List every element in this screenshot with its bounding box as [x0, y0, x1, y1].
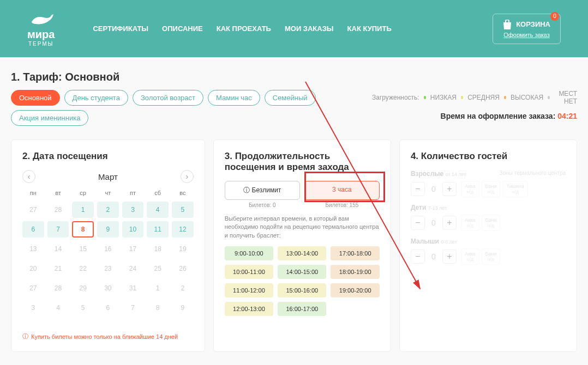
- calendar-day: 28: [47, 202, 69, 218]
- calendar-day: 8: [147, 300, 169, 316]
- pill-golden[interactable]: Золотой возраст: [133, 90, 203, 106]
- cart-label: КОРЗИНА: [516, 20, 550, 28]
- nav-howto[interactable]: КАК КУПИТЬ: [347, 25, 392, 33]
- calendar-day: 30: [97, 280, 119, 296]
- guest-count: 0: [428, 218, 439, 227]
- calendar-day: 5: [72, 300, 94, 316]
- guest-row: Дети 7-13 лет−0+Акван/дБанин/д: [411, 204, 566, 231]
- zone-chip: Акван/д: [461, 181, 479, 197]
- dow-label: вт: [47, 187, 69, 198]
- calendar-day: 1: [147, 280, 169, 296]
- minus-button[interactable]: −: [411, 216, 425, 230]
- plus-button[interactable]: +: [442, 216, 457, 230]
- brand-name: мира: [27, 28, 55, 41]
- time-slot[interactable]: 15:00-16:00: [278, 283, 326, 297]
- calendar-day: 9: [172, 300, 194, 316]
- nav-directions[interactable]: КАК ПРОЕХАТЬ: [217, 25, 271, 33]
- info-icon: ⓘ: [22, 332, 28, 340]
- time-slot[interactable]: 9:00-10:00: [225, 246, 273, 260]
- pill-birthday[interactable]: Акция именинника: [11, 110, 88, 126]
- calendar-day[interactable]: 7: [47, 221, 69, 238]
- guest-row: Взрослые от 14 летЗоны термального центр…: [411, 170, 566, 197]
- dow-label: пт: [122, 187, 144, 198]
- calendar-day: 4: [47, 300, 69, 316]
- time-slot[interactable]: 18:00-19:00: [331, 265, 379, 279]
- guest-count: 0: [428, 185, 439, 193]
- pill-student[interactable]: День студента: [64, 90, 128, 106]
- load-legend: Загруженность: НИЗКАЯ СРЕДНЯЯ ВЫСОКАЯ МЕ…: [372, 90, 577, 105]
- pill-family[interactable]: Семейный: [265, 90, 316, 106]
- zone-chip: Банин/д: [482, 248, 501, 265]
- nav-description[interactable]: ОПИСАНИЕ: [162, 25, 203, 33]
- calendar-day: 17: [122, 241, 144, 257]
- dow-label: сб: [147, 187, 169, 198]
- time-slot[interactable]: 10:00-11:00: [225, 265, 273, 279]
- duration-desc: Выберите интервал времени, в который вам…: [225, 215, 380, 240]
- calendar-day: 16: [97, 241, 119, 257]
- dow-label: пн: [22, 187, 44, 198]
- calendar-day: 31: [122, 280, 144, 296]
- main-nav: СЕРТИФИКАТЫ ОПИСАНИЕ КАК ПРОЕХАТЬ МОИ ЗА…: [93, 25, 391, 33]
- time-slot[interactable]: 14:00-15:00: [278, 265, 326, 279]
- calendar-day[interactable]: 6: [22, 221, 44, 238]
- next-month[interactable]: ›: [181, 170, 194, 183]
- brand-sub: ТЕРМЫ: [28, 41, 54, 47]
- guest-count: 0: [428, 252, 439, 261]
- calendar-day[interactable]: 4: [147, 202, 169, 218]
- calendar-day: 28: [47, 280, 69, 296]
- calendar-day: 20: [22, 260, 44, 277]
- duration-unlimited[interactable]: ⓘ Безлимит: [225, 181, 300, 200]
- bag-icon: [503, 20, 512, 29]
- guest-row: Малыши 0-6 лет−0+Акван/дБанин/д: [411, 238, 566, 265]
- order-timer: Время на оформление заказа: 04:21: [372, 112, 577, 120]
- time-slot[interactable]: 16:00-17:00: [278, 302, 326, 316]
- duration-3h[interactable]: 3 часа: [304, 181, 380, 200]
- calendar-day: 22: [72, 260, 94, 277]
- calendar-day[interactable]: 10: [122, 221, 144, 238]
- card-date: 2. Дата посещения ‹ Март › пнвтсрчтптсбв…: [11, 139, 205, 352]
- calendar-day[interactable]: 11: [147, 221, 169, 238]
- time-slot[interactable]: 19:00-20:00: [331, 283, 379, 297]
- calendar-day[interactable]: 9: [97, 221, 119, 238]
- calendar-day: 19: [172, 241, 194, 257]
- zone-chip: Банин/д: [482, 215, 501, 231]
- plus-button[interactable]: +: [442, 250, 457, 264]
- calendar-day: 14: [47, 241, 69, 257]
- minus-button[interactable]: −: [411, 182, 425, 196]
- calendar-day[interactable]: 5: [172, 202, 194, 218]
- calendar-day: 3: [22, 300, 44, 316]
- calendar-day: 7: [122, 300, 144, 316]
- plus-button[interactable]: +: [442, 182, 457, 196]
- logo[interactable]: мира ТЕРМЫ: [27, 11, 55, 47]
- calendar-day[interactable]: 3: [122, 202, 144, 218]
- nav-certificates[interactable]: СЕРТИФИКАТЫ: [93, 25, 148, 33]
- minus-button[interactable]: −: [411, 250, 425, 264]
- nav-orders[interactable]: МОИ ЗАКАЗЫ: [285, 25, 334, 33]
- time-slot[interactable]: 11:00-12:00: [225, 283, 273, 297]
- prev-month[interactable]: ‹: [22, 170, 35, 183]
- cart-badge: 0: [550, 12, 559, 21]
- calendar-day: 2: [172, 280, 194, 296]
- calendar-day[interactable]: 12: [172, 221, 194, 238]
- pill-mom[interactable]: Мамин час: [208, 90, 260, 106]
- zone-chip: Акван/д: [461, 215, 479, 231]
- calendar-day: 18: [147, 241, 169, 257]
- time-slot[interactable]: 13:00-14:00: [278, 246, 326, 260]
- calendar-day: 27: [22, 280, 44, 296]
- date-title: 2. Дата посещения: [22, 151, 194, 162]
- calendar-day[interactable]: 1: [72, 202, 94, 218]
- calendar-day: 23: [97, 260, 119, 277]
- dow-label: чт: [97, 187, 119, 198]
- pill-main[interactable]: Основной: [11, 90, 60, 106]
- calendar-day[interactable]: 8: [72, 221, 94, 238]
- guests-title: 4. Количество гостей: [411, 151, 566, 162]
- time-slot[interactable]: 17:00-18:00: [331, 246, 379, 260]
- tariff-pills: Основной День студента Золотой возраст М…: [11, 90, 372, 126]
- header: мира ТЕРМЫ СЕРТИФИКАТЫ ОПИСАНИЕ КАК ПРОЕ…: [0, 0, 588, 57]
- calendar-day: 6: [97, 300, 119, 316]
- checkout-link[interactable]: Оформить заказ: [503, 32, 550, 38]
- zone-chip: Банин/д: [482, 181, 501, 197]
- time-slot[interactable]: 12:00-13:00: [225, 302, 273, 316]
- cart-widget[interactable]: КОРЗИНА 0 Оформить заказ: [493, 14, 561, 44]
- calendar-day[interactable]: 2: [97, 202, 119, 218]
